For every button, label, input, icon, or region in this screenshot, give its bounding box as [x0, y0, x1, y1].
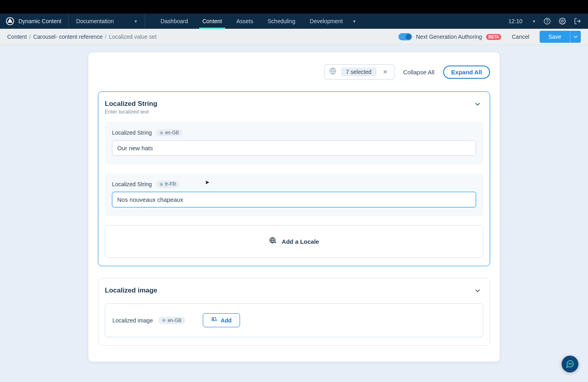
tab-development[interactable]: Development ▼: [302, 14, 363, 29]
chat-help-bubble[interactable]: [562, 356, 578, 372]
breadcrumb-root[interactable]: Content: [7, 34, 27, 40]
help-icon[interactable]: [543, 17, 551, 25]
breadcrumb: Content / Carousel- content reference / …: [7, 34, 156, 40]
hub-label: Documentation: [76, 18, 114, 24]
chevron-down-icon: ▼: [532, 19, 536, 24]
section-title: Localized image: [105, 286, 157, 294]
section-subtitle: Enter localized text: [105, 109, 157, 115]
editor-card: 7 selected ✕ Collapse All Expand All Loc…: [88, 52, 500, 362]
tab-dashboard[interactable]: Dashboard: [153, 14, 195, 29]
locale-filter-chip[interactable]: 7 selected ✕: [324, 64, 394, 80]
time-selector[interactable]: 12:10 ▼: [508, 18, 536, 24]
add-locale-button[interactable]: Add a Locale: [105, 225, 483, 258]
logout-icon[interactable]: [574, 17, 582, 25]
nga-label: Next Generation Authoring: [416, 34, 482, 40]
cancel-button[interactable]: Cancel: [508, 31, 533, 42]
image-add-icon: [211, 316, 218, 324]
tab-assets[interactable]: Assets: [229, 14, 260, 29]
svg-point-9: [570, 364, 570, 364]
locale-chip-en: ⊕ en-GB: [156, 129, 183, 136]
svg-point-10: [571, 364, 572, 364]
section-collapse-icon[interactable]: [472, 286, 483, 296]
expand-all-button[interactable]: Expand All: [443, 66, 490, 79]
field-label: Localized image: [112, 317, 153, 324]
hub-selector[interactable]: Documentation ▼: [69, 14, 145, 29]
workspace: 7 selected ✕ Collapse All Expand All Loc…: [0, 45, 588, 382]
globe-small-icon: ⊕: [160, 182, 163, 187]
svg-point-3: [562, 20, 564, 22]
sub-toolbar: Content / Carousel- content reference / …: [0, 29, 588, 45]
logo-icon: [6, 17, 14, 26]
locale-chip-fr: ⊕ fr-FR: [156, 181, 180, 188]
brand-area[interactable]: Dynamic Content: [0, 14, 69, 29]
section-collapse-icon[interactable]: [472, 100, 483, 109]
nga-toggle[interactable]: [398, 33, 412, 40]
globe-small-icon: ⊕: [160, 130, 163, 135]
locale-count: 7 selected: [341, 68, 376, 76]
section-title: Localized String: [105, 100, 157, 108]
field-label: Localized String: [112, 129, 152, 136]
chevron-down-icon: ▼: [134, 19, 138, 24]
gear-icon[interactable]: [558, 17, 566, 25]
globe-small-icon: ⊕: [162, 318, 166, 323]
field-image-en: Localized image ⊕ en-GB Add: [105, 303, 483, 337]
localized-string-en-input[interactable]: [112, 140, 476, 156]
field-fr-fr: Localized String ⊕ fr-FR: [105, 173, 483, 216]
add-image-button[interactable]: Add: [203, 313, 240, 327]
clear-locale-icon[interactable]: ✕: [381, 69, 389, 75]
time-label: 12:10: [508, 18, 522, 24]
globe-add-icon: [269, 237, 277, 246]
browser-chrome-black: [0, 0, 588, 14]
section-localized-image: Localized image Localized image ⊕ en-GB …: [98, 278, 490, 346]
add-locale-label: Add a Locale: [282, 238, 319, 245]
collapse-all-button[interactable]: Collapse All: [402, 66, 436, 78]
localized-string-fr-input[interactable]: [112, 192, 476, 207]
tab-content[interactable]: Content: [195, 14, 229, 29]
chevron-down-icon: ▼: [352, 19, 356, 24]
beta-badge: BETA: [486, 34, 501, 40]
globe-icon: [329, 68, 336, 76]
main-navbar: Dynamic Content Documentation ▼ Dashboar…: [0, 14, 588, 29]
svg-point-2: [547, 22, 548, 23]
save-dropdown[interactable]: [570, 31, 581, 43]
breadcrumb-mid[interactable]: Carousel- content reference: [33, 34, 103, 40]
field-label: Localized String: [112, 181, 152, 187]
tab-scheduling[interactable]: Scheduling: [260, 14, 302, 29]
section-localized-string: Localized String Enter localized text Lo…: [98, 92, 490, 266]
brand-label: Dynamic Content: [18, 18, 61, 24]
save-button[interactable]: Save: [540, 31, 570, 43]
locale-chip-en: ⊕ en-GB: [158, 317, 185, 324]
breadcrumb-sep: /: [29, 34, 31, 40]
breadcrumb-current: Localized value set: [109, 34, 156, 40]
field-en-gb: Localized String ⊕ en-GB: [105, 122, 483, 165]
svg-point-8: [569, 364, 569, 364]
breadcrumb-sep: /: [105, 34, 106, 40]
